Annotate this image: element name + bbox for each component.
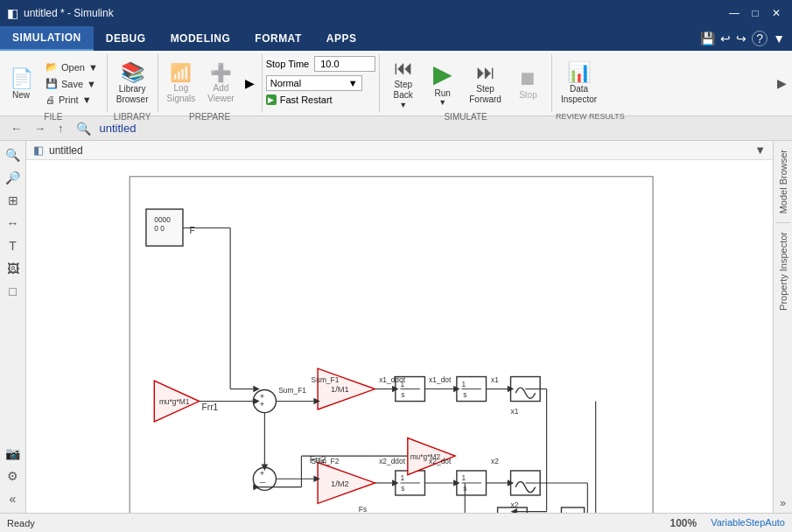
prepare-section-label: PREPARE: [162, 110, 258, 122]
svg-text:Fs: Fs: [359, 505, 367, 513]
svg-text:1: 1: [461, 380, 466, 388]
zoom-out-button[interactable]: 🔎: [3, 167, 24, 188]
step-back-button[interactable]: ⏮ StepBack ▼: [383, 56, 423, 110]
menu-simulation[interactable]: SIMULATION: [0, 26, 94, 51]
collapse-right-button[interactable]: »: [780, 497, 786, 509]
stop-time-label: Stop Time: [266, 59, 310, 69]
svg-text:Sum_F1: Sum_F1: [278, 386, 306, 395]
canvas: ◧ untitled ▼ 0000 0 0 F mu*g*M1 Frr1 +: [26, 141, 773, 513]
print-button[interactable]: 🖨 Print ▼: [40, 93, 103, 107]
toolbar-undo-icon[interactable]: ↩: [720, 32, 731, 46]
run-label: Run: [435, 88, 451, 98]
library-icon: 📚: [121, 61, 144, 84]
data-inspector-button[interactable]: 📊 DataInspector: [556, 56, 602, 110]
canvas-title-icon: ◧: [33, 144, 44, 157]
fit-view-button[interactable]: ⊞: [3, 190, 24, 211]
title-bar: ◧ untitled * - Simulink — □ ✕: [0, 0, 792, 26]
step-back-label: StepBack: [394, 80, 413, 101]
svg-text:s: s: [401, 484, 404, 493]
add-viewer-button[interactable]: ➕ AddViewer: [202, 56, 239, 110]
up-button[interactable]: ↑: [54, 120, 67, 136]
svg-text:1/M2: 1/M2: [331, 480, 349, 488]
prepare-dropdown-icon[interactable]: ▶: [242, 73, 258, 94]
step-forward-button[interactable]: ⏭ StepForward: [462, 56, 508, 110]
svg-text:+: +: [564, 510, 569, 513]
review-section-label: REVIEW RESULTS: [556, 110, 625, 121]
text-button[interactable]: T: [3, 235, 24, 256]
menu-modeling[interactable]: MODELING: [158, 26, 243, 51]
run-dropdown-icon: ▼: [438, 98, 446, 107]
toolbar: 📄 New 📂 Open ▼ 💾 Save ▼ 🖨 Print ▼: [0, 51, 792, 116]
zoom-in-button-left[interactable]: 🔍: [3, 144, 24, 165]
menu-apps[interactable]: APPS: [314, 26, 369, 51]
model-browser-label[interactable]: Model Browser: [778, 144, 788, 219]
new-icon: 📄: [10, 67, 33, 90]
window-title: untitled * - Simulink: [24, 7, 114, 19]
svg-text:s: s: [401, 390, 404, 399]
svg-text:mu*g*M1: mu*g*M1: [159, 397, 190, 406]
stop-time-input[interactable]: [314, 56, 375, 72]
left-toolbar: 🔍 🔎 ⊞ ↔ T 🖼 □ 📷 ⚙ «: [0, 141, 26, 513]
forward-button[interactable]: →: [31, 120, 49, 136]
canvas-expand-icon[interactable]: ▼: [754, 144, 766, 157]
diagram[interactable]: 0000 0 0 F mu*g*M1 Frr1 + + 1/M1 1 s: [26, 160, 773, 513]
svg-text:Sum_F1: Sum_F1: [312, 375, 340, 384]
open-dropdown-icon: ▼: [88, 62, 98, 73]
file-section: 📄 New 📂 Open ▼ 💾 Save ▼ 🖨 Print ▼: [0, 54, 108, 112]
stop-label: Stop: [519, 90, 537, 100]
svg-text:+: +: [260, 400, 264, 409]
right-panel: Model Browser Property Inspector »: [773, 141, 792, 513]
svg-text:x2_ddot: x2_ddot: [379, 457, 406, 466]
close-button[interactable]: ✕: [767, 4, 785, 22]
settings-button[interactable]: ⚙: [3, 466, 24, 486]
mode-value: Normal: [270, 78, 301, 88]
screenshot-button[interactable]: 📷: [3, 443, 24, 464]
toolbar-help-icon[interactable]: ?: [752, 31, 767, 46]
add-viewer-label: AddViewer: [207, 83, 234, 104]
menu-debug[interactable]: DEBUG: [94, 26, 158, 51]
open-icon: 📂: [46, 61, 58, 73]
toolbar-expand-icon[interactable]: ▼: [773, 32, 785, 46]
svg-text:s: s: [463, 390, 466, 399]
minimize-button[interactable]: —: [725, 4, 743, 22]
toolbar-save-icon[interactable]: 💾: [700, 32, 715, 46]
svg-text:1/M1: 1/M1: [331, 385, 349, 394]
property-inspector-label[interactable]: Property Inspector: [778, 227, 788, 316]
back-button[interactable]: ←: [7, 120, 25, 136]
library-browser-button[interactable]: 📚 LibraryBrowser: [111, 56, 154, 110]
open-button[interactable]: 📂 Open ▼: [40, 60, 103, 74]
new-button[interactable]: 📄 New: [4, 56, 39, 110]
svg-text:x1: x1: [511, 407, 519, 416]
toolbar-redo-icon[interactable]: ↪: [736, 32, 746, 46]
log-signals-icon: 📶: [170, 62, 192, 83]
simulate-section-label: SIMULATE: [383, 110, 548, 122]
stop-button[interactable]: ⏹ Stop: [508, 56, 548, 110]
svg-text:0000: 0000: [154, 215, 171, 224]
mode-select[interactable]: Normal ▼: [266, 75, 362, 91]
print-icon: 🖨: [46, 94, 55, 105]
save-dropdown-icon: ▼: [87, 79, 96, 89]
svg-text:─: ─: [259, 478, 266, 486]
step-back-dropdown-icon: ▼: [399, 101, 407, 109]
connect-button[interactable]: ↔: [3, 213, 24, 234]
path-item[interactable]: untitled: [100, 122, 137, 135]
canvas-title-bar: ◧ untitled ▼: [26, 141, 773, 160]
run-button[interactable]: ▶ Run ▼: [423, 56, 462, 110]
collapse-left-button[interactable]: «: [3, 488, 24, 509]
zoom-in-button[interactable]: 🔍: [73, 120, 95, 137]
svg-text:x2_dot: x2_dot: [429, 457, 452, 466]
menu-format[interactable]: FORMAT: [242, 26, 313, 51]
zoom-level: 100%: [669, 517, 697, 529]
fast-restart-label[interactable]: Fast Restart: [280, 94, 333, 105]
save-button[interactable]: 💾 Save ▼: [40, 76, 103, 91]
toolbar-expand-right-icon[interactable]: ▶: [777, 76, 787, 90]
sim-mode-link[interactable]: VariableStepAuto: [711, 517, 785, 529]
svg-text:Sum_F2: Sum_F2: [312, 457, 340, 466]
status-bar: Ready 100% VariableStepAuto: [0, 513, 792, 532]
fast-restart-indicator: ▶: [266, 94, 277, 105]
mode-dropdown-icon: ▼: [348, 78, 358, 88]
log-signals-button[interactable]: 📶 LogSignals: [162, 56, 201, 110]
shape-button[interactable]: □: [3, 281, 24, 302]
maximize-button[interactable]: □: [746, 4, 764, 22]
image-button[interactable]: 🖼: [3, 258, 24, 279]
